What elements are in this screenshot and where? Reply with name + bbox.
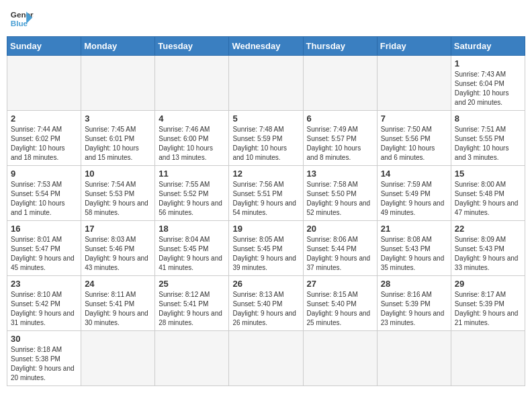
- calendar-cell: 7Sunrise: 7:50 AM Sunset: 5:56 PM Daylig…: [377, 111, 451, 166]
- day-info: Sunrise: 7:45 AM Sunset: 6:01 PM Dayligh…: [85, 125, 151, 163]
- day-info: Sunrise: 8:03 AM Sunset: 5:46 PM Dayligh…: [85, 235, 151, 273]
- calendar-cell: [7, 56, 81, 111]
- week-row-6: 30Sunrise: 8:18 AM Sunset: 5:38 PM Dayli…: [7, 331, 525, 386]
- calendar-cell: 28Sunrise: 8:16 AM Sunset: 5:39 PM Dayli…: [377, 276, 451, 331]
- calendar-cell: 23Sunrise: 8:10 AM Sunset: 5:42 PM Dayli…: [7, 276, 81, 331]
- calendar-cell: 16Sunrise: 8:01 AM Sunset: 5:47 PM Dayli…: [7, 221, 81, 276]
- calendar-cell: 19Sunrise: 8:05 AM Sunset: 5:45 PM Dayli…: [229, 221, 303, 276]
- day-number: 5: [232, 113, 299, 124]
- week-row-2: 2Sunrise: 7:44 AM Sunset: 6:02 PM Daylig…: [7, 111, 525, 166]
- calendar-cell: 4Sunrise: 7:46 AM Sunset: 6:00 PM Daylig…: [155, 111, 229, 166]
- week-row-4: 16Sunrise: 8:01 AM Sunset: 5:47 PM Dayli…: [7, 221, 525, 276]
- day-info: Sunrise: 7:53 AM Sunset: 5:54 PM Dayligh…: [11, 180, 77, 218]
- calendar-cell: 24Sunrise: 8:11 AM Sunset: 5:41 PM Dayli…: [81, 276, 155, 331]
- day-number: 6: [307, 113, 373, 124]
- calendar-cell: 17Sunrise: 8:03 AM Sunset: 5:46 PM Dayli…: [81, 221, 155, 276]
- day-number: 18: [159, 224, 225, 234]
- day-info: Sunrise: 7:56 AM Sunset: 5:51 PM Dayligh…: [232, 180, 299, 218]
- calendar-cell: 27Sunrise: 8:15 AM Sunset: 5:40 PM Dayli…: [303, 276, 377, 331]
- day-number: 27: [307, 279, 373, 289]
- day-info: Sunrise: 7:51 AM Sunset: 5:55 PM Dayligh…: [455, 125, 521, 163]
- day-number: 23: [11, 279, 77, 289]
- svg-text:Blue: Blue: [11, 19, 28, 28]
- day-number: 7: [381, 113, 447, 124]
- week-row-3: 9Sunrise: 7:53 AM Sunset: 5:54 PM Daylig…: [7, 166, 525, 221]
- logo: General Blue: [9, 7, 34, 31]
- calendar-cell: 25Sunrise: 8:12 AM Sunset: 5:41 PM Dayli…: [155, 276, 229, 331]
- calendar-cell: 8Sunrise: 7:51 AM Sunset: 5:55 PM Daylig…: [451, 111, 525, 166]
- day-number: 15: [455, 169, 521, 179]
- calendar-cell: 2Sunrise: 7:44 AM Sunset: 6:02 PM Daylig…: [7, 111, 81, 166]
- day-number: 24: [85, 279, 151, 289]
- calendar-cell: 22Sunrise: 8:09 AM Sunset: 5:43 PM Dayli…: [451, 221, 525, 276]
- day-number: 13: [307, 169, 373, 179]
- day-number: 11: [159, 169, 225, 179]
- calendar-cell: 30Sunrise: 8:18 AM Sunset: 5:38 PM Dayli…: [7, 331, 81, 386]
- day-info: Sunrise: 8:13 AM Sunset: 5:40 PM Dayligh…: [232, 290, 299, 328]
- header: General Blue: [7, 7, 525, 31]
- day-info: Sunrise: 8:06 AM Sunset: 5:44 PM Dayligh…: [307, 235, 373, 273]
- day-number: 21: [381, 224, 447, 234]
- day-number: 25: [159, 279, 225, 289]
- day-info: Sunrise: 8:01 AM Sunset: 5:47 PM Dayligh…: [11, 235, 77, 273]
- day-number: 22: [455, 224, 521, 234]
- calendar-cell: 13Sunrise: 7:58 AM Sunset: 5:50 PM Dayli…: [303, 166, 377, 221]
- day-info: Sunrise: 7:54 AM Sunset: 5:53 PM Dayligh…: [85, 180, 151, 218]
- calendar-cell: 26Sunrise: 8:13 AM Sunset: 5:40 PM Dayli…: [229, 276, 303, 331]
- calendar-cell: [155, 56, 229, 111]
- day-number: 20: [307, 224, 373, 234]
- weekday-header-friday: Friday: [377, 37, 451, 56]
- week-row-5: 23Sunrise: 8:10 AM Sunset: 5:42 PM Dayli…: [7, 276, 525, 331]
- day-info: Sunrise: 7:48 AM Sunset: 5:59 PM Dayligh…: [232, 125, 299, 163]
- calendar-cell: [229, 56, 303, 111]
- day-info: Sunrise: 7:44 AM Sunset: 6:02 PM Dayligh…: [11, 125, 77, 163]
- calendar-cell: [155, 331, 229, 386]
- day-info: Sunrise: 8:10 AM Sunset: 5:42 PM Dayligh…: [11, 290, 77, 328]
- weekday-header-wednesday: Wednesday: [229, 37, 303, 56]
- calendar-cell: [303, 56, 377, 111]
- calendar-cell: 9Sunrise: 7:53 AM Sunset: 5:54 PM Daylig…: [7, 166, 81, 221]
- day-number: 14: [381, 169, 447, 179]
- day-info: Sunrise: 8:11 AM Sunset: 5:41 PM Dayligh…: [85, 290, 151, 328]
- day-number: 1: [455, 58, 521, 68]
- weekday-header-row: SundayMondayTuesdayWednesdayThursdayFrid…: [7, 37, 525, 56]
- calendar-cell: 14Sunrise: 7:59 AM Sunset: 5:49 PM Dayli…: [377, 166, 451, 221]
- day-info: Sunrise: 7:50 AM Sunset: 5:56 PM Dayligh…: [381, 125, 447, 163]
- weekday-header-sunday: Sunday: [7, 37, 81, 56]
- day-number: 17: [85, 224, 151, 234]
- day-info: Sunrise: 8:17 AM Sunset: 5:39 PM Dayligh…: [455, 290, 521, 328]
- calendar-cell: 6Sunrise: 7:49 AM Sunset: 5:57 PM Daylig…: [303, 111, 377, 166]
- calendar-cell: 20Sunrise: 8:06 AM Sunset: 5:44 PM Dayli…: [303, 221, 377, 276]
- calendar-cell: 18Sunrise: 8:04 AM Sunset: 5:45 PM Dayli…: [155, 221, 229, 276]
- day-number: 28: [381, 279, 447, 289]
- calendar-cell: 1Sunrise: 7:43 AM Sunset: 6:04 PM Daylig…: [451, 56, 525, 111]
- day-number: 10: [85, 169, 151, 179]
- day-info: Sunrise: 8:09 AM Sunset: 5:43 PM Dayligh…: [455, 235, 521, 273]
- calendar-cell: 5Sunrise: 7:48 AM Sunset: 5:59 PM Daylig…: [229, 111, 303, 166]
- calendar-cell: 15Sunrise: 8:00 AM Sunset: 5:48 PM Dayli…: [451, 166, 525, 221]
- calendar-cell: 11Sunrise: 7:55 AM Sunset: 5:52 PM Dayli…: [155, 166, 229, 221]
- day-info: Sunrise: 7:43 AM Sunset: 6:04 PM Dayligh…: [455, 70, 521, 107]
- calendar: SundayMondayTuesdayWednesdayThursdayFrid…: [7, 36, 525, 386]
- day-info: Sunrise: 7:58 AM Sunset: 5:50 PM Dayligh…: [307, 180, 373, 218]
- day-info: Sunrise: 8:18 AM Sunset: 5:38 PM Dayligh…: [11, 345, 77, 383]
- calendar-cell: [229, 331, 303, 386]
- day-info: Sunrise: 7:59 AM Sunset: 5:49 PM Dayligh…: [381, 180, 447, 218]
- calendar-cell: [81, 56, 155, 111]
- day-info: Sunrise: 8:00 AM Sunset: 5:48 PM Dayligh…: [455, 180, 521, 218]
- calendar-cell: [377, 331, 451, 386]
- calendar-cell: [303, 331, 377, 386]
- day-number: 2: [11, 113, 77, 124]
- week-row-1: 1Sunrise: 7:43 AM Sunset: 6:04 PM Daylig…: [7, 56, 525, 111]
- weekday-header-thursday: Thursday: [303, 37, 377, 56]
- day-number: 3: [85, 113, 151, 124]
- logo-icon: General Blue: [9, 7, 34, 31]
- day-number: 4: [159, 113, 225, 124]
- weekday-header-tuesday: Tuesday: [155, 37, 229, 56]
- day-number: 26: [232, 279, 299, 289]
- day-number: 8: [455, 113, 521, 124]
- calendar-cell: 29Sunrise: 8:17 AM Sunset: 5:39 PM Dayli…: [451, 276, 525, 331]
- day-number: 29: [455, 279, 521, 289]
- day-number: 9: [11, 169, 77, 179]
- calendar-cell: 12Sunrise: 7:56 AM Sunset: 5:51 PM Dayli…: [229, 166, 303, 221]
